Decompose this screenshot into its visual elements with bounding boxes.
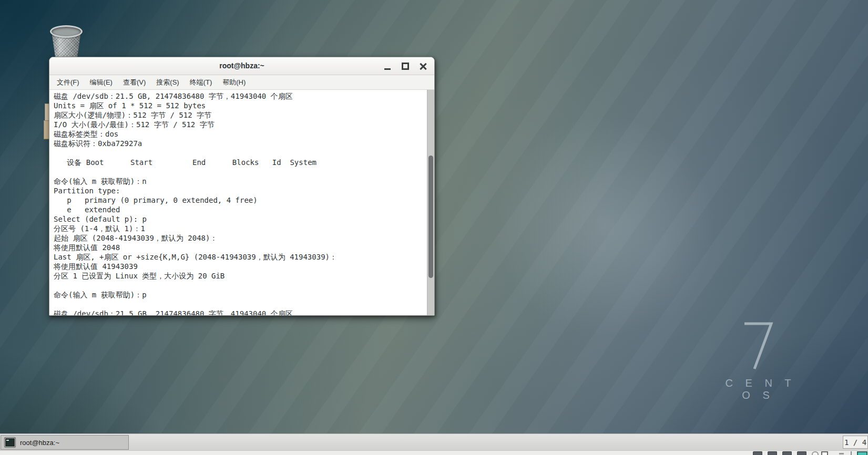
workspace-pager[interactable]: 1 / 4 bbox=[843, 436, 868, 449]
terminal-viewport[interactable]: 磁盘 /dev/sdb：21.5 GB, 21474836480 字节，4194… bbox=[49, 90, 434, 316]
terminal-output: 磁盘 /dev/sdb：21.5 GB, 21474836480 字节，4194… bbox=[49, 90, 434, 316]
maximize-icon bbox=[402, 63, 409, 70]
menu-item-search[interactable]: 搜索(S) bbox=[151, 76, 184, 89]
trash-icon[interactable] bbox=[49, 24, 84, 61]
trash-basket-rim bbox=[50, 25, 83, 38]
titlebar[interactable]: root@hbza:~ bbox=[49, 57, 434, 75]
centos-seven-glyph bbox=[743, 322, 773, 370]
terminal-window: root@hbza:~ 文件(F) 编辑(E) 查看(V) 搜索(S) 终端(T… bbox=[49, 57, 435, 316]
status-display-icon[interactable] bbox=[797, 451, 806, 455]
task-button-terminal[interactable]: root@hbza:~ bbox=[1, 435, 129, 450]
status-square-icon[interactable] bbox=[821, 451, 828, 455]
status-circle-icon[interactable] bbox=[812, 451, 819, 455]
status-display-icon[interactable] bbox=[768, 451, 777, 455]
scrollbar[interactable] bbox=[427, 90, 434, 316]
task-button-label: root@hbza:~ bbox=[20, 439, 59, 447]
status-dash-icon[interactable] bbox=[839, 453, 844, 454]
maximize-button[interactable] bbox=[400, 60, 411, 72]
status-display-icon[interactable] bbox=[782, 451, 792, 455]
minimize-icon bbox=[384, 68, 391, 70]
menubar: 文件(F) 编辑(E) 查看(V) 搜索(S) 终端(T) 帮助(H) bbox=[49, 75, 434, 90]
menu-item-help[interactable]: 帮助(H) bbox=[217, 76, 251, 89]
centos-logo: C E N T O S bbox=[711, 322, 805, 408]
menu-item-terminal[interactable]: 终端(T) bbox=[185, 76, 218, 89]
status-display-icon[interactable] bbox=[753, 451, 762, 455]
close-icon bbox=[420, 63, 427, 70]
window-title: root@hbza:~ bbox=[49, 61, 434, 70]
status-separator bbox=[851, 451, 852, 455]
close-button[interactable] bbox=[417, 60, 429, 72]
menu-item-edit[interactable]: 编辑(E) bbox=[85, 76, 118, 89]
status-teal-icon[interactable] bbox=[857, 451, 867, 455]
centos-logo-text: C E N T O S bbox=[711, 377, 805, 401]
taskbar: root@hbza:~ 1 / 4 bbox=[0, 433, 868, 450]
minimize-button[interactable] bbox=[382, 60, 393, 72]
terminal-icon bbox=[5, 438, 15, 447]
host-status-strip bbox=[0, 450, 868, 455]
menu-item-file[interactable]: 文件(F) bbox=[52, 76, 85, 89]
scrollbar-thumb[interactable] bbox=[428, 156, 433, 278]
menu-item-view[interactable]: 查看(V) bbox=[118, 76, 151, 89]
